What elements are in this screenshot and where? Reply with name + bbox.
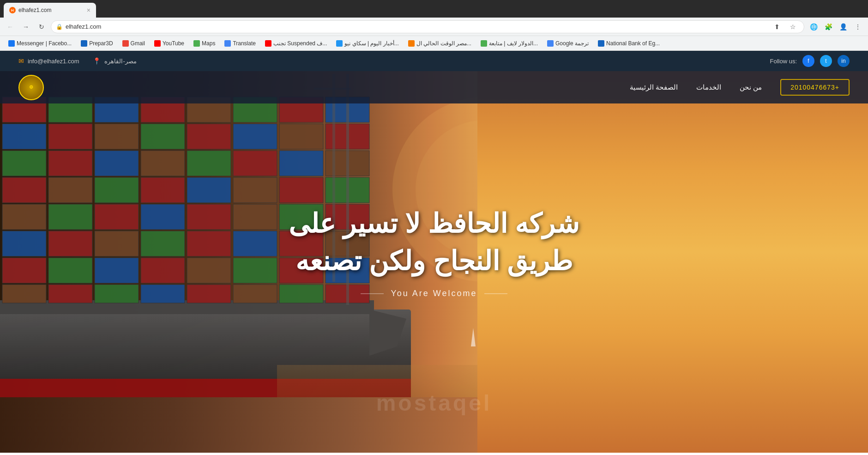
svg-rect-64 [187, 285, 231, 303]
gmail-icon [122, 40, 129, 47]
svg-rect-63 [141, 285, 185, 303]
bookmark-national-bank[interactable]: National Bank of Eg... [594, 39, 663, 48]
hero-subtitle: You Are Welcome [272, 289, 596, 299]
facebook-icon[interactable]: f [802, 55, 814, 67]
svg-rect-39 [141, 204, 185, 230]
svg-rect-40 [187, 204, 231, 230]
hero-main-text: شركه الحافظ لا تسير على طريق النجاح ولكن… [272, 205, 596, 279]
toolbar-right-icons: 🌐 🧩 👤 ⋮ [807, 20, 864, 33]
site-info-bar: ✉ info@elhafez1.com 📍 مصر-القاهره Follow… [0, 51, 868, 71]
dollar-icon [481, 40, 487, 47]
national-bank-icon [598, 40, 604, 47]
watermark-text: mostaqel [376, 390, 492, 416]
menu-icon[interactable]: ⋮ [851, 20, 864, 33]
svg-rect-30 [95, 177, 139, 203]
svg-rect-23 [141, 151, 185, 176]
profile-icon[interactable]: 👤 [837, 20, 850, 33]
subtitle-left-line [361, 294, 384, 294]
browser-toolbar: ← → ↻ 🔒 elhafez1.com ⬆ ☆ 🌐 🧩 👤 ⋮ [0, 18, 868, 36]
suspended-icon [265, 40, 271, 47]
extensions-icon[interactable]: 🧩 [822, 20, 835, 33]
nav-links: +20100476673 من نحن الخدمات الصفحة الرئي… [630, 79, 850, 96]
svg-rect-60 [2, 285, 46, 303]
svg-rect-36 [2, 204, 46, 230]
svg-rect-29 [48, 177, 92, 203]
hero-subtitle-text: You Are Welcome [391, 289, 477, 299]
svg-rect-47 [141, 231, 185, 256]
bookmark-label: Maps [202, 40, 215, 47]
bookmark-google-translate[interactable]: Google ترجمة [543, 39, 592, 48]
svg-rect-12 [2, 124, 46, 149]
bookmark-label: Google ترجمة [555, 40, 589, 47]
bookmark-gmail[interactable]: Gmail [119, 39, 149, 48]
follow-us-label: Follow us: [770, 58, 797, 65]
bookmark-label: National Bank of Eg... [606, 40, 660, 47]
twitter-icon[interactable]: t [820, 55, 832, 67]
website-content: ✉ info@elhafez1.com 📍 مصر-القاهره Follow… [0, 51, 868, 453]
svg-rect-33 [233, 177, 277, 203]
svg-rect-26 [279, 151, 323, 176]
bookmark-label: Messenger | Facebo... [17, 40, 72, 47]
svg-rect-16 [187, 124, 231, 149]
active-tab[interactable]: H elhafez1.com × [4, 3, 96, 18]
translate-bm-icon [224, 40, 231, 47]
bookmark-suspended[interactable]: تجنب Suspended ف... [261, 39, 331, 48]
main-navigation: ⚙ +20100476673 من نحن الخدمات الصفحة الر… [0, 71, 868, 103]
svg-rect-34 [279, 177, 323, 203]
bookmark-youtube[interactable]: YouTube [151, 39, 188, 48]
bookmark-star-icon[interactable]: ☆ [786, 20, 799, 33]
bookmark-label: أخبار اليوم | سكاي نيو... [344, 40, 398, 47]
location-icon: 📍 [93, 57, 101, 65]
bookmark-label: Gmail [131, 40, 145, 47]
svg-rect-28 [2, 177, 46, 203]
bookmark-dollar[interactable]: الدولار لايف | متابعة... [477, 39, 542, 48]
bookmarks-bar: Messenger | Facebo... Prepar3D Gmail You… [0, 36, 868, 51]
nav-services[interactable]: الخدمات [696, 83, 721, 91]
url-text: elhafez1.com [66, 23, 768, 30]
tab-close-button[interactable]: × [87, 6, 90, 14]
svg-rect-53 [48, 258, 92, 283]
bookmark-messenger[interactable]: Messenger | Facebo... [5, 39, 75, 48]
bookmark-skynews[interactable]: أخبار اليوم | سكاي نيو... [332, 39, 402, 48]
nav-about[interactable]: من نحن [740, 83, 762, 91]
svg-rect-41 [233, 204, 277, 230]
svg-rect-62 [95, 285, 139, 303]
address-bar[interactable]: 🔒 elhafez1.com ⬆ ☆ [51, 20, 804, 33]
svg-rect-56 [187, 258, 231, 283]
svg-rect-61 [48, 285, 92, 303]
email-icon: ✉ [18, 57, 24, 65]
logo-text: ⚙ [29, 85, 33, 90]
reload-button[interactable]: ↻ [35, 20, 48, 33]
translate-icon[interactable]: 🌐 [807, 20, 820, 33]
forward-button[interactable]: → [19, 20, 32, 33]
bookmark-translate[interactable]: Translate [221, 39, 259, 48]
follow-us-section: Follow us: f t in [770, 55, 850, 67]
svg-rect-52 [2, 258, 46, 283]
messenger-icon [8, 40, 15, 47]
svg-rect-55 [141, 258, 185, 283]
linkedin-icon[interactable]: in [838, 55, 850, 67]
svg-rect-13 [48, 124, 92, 149]
back-button[interactable]: ← [4, 20, 17, 33]
hero-content: شركه الحافظ لا تسير على طريق النجاح ولكن… [272, 205, 596, 298]
nav-home[interactable]: الصفحة الرئيسية [630, 83, 678, 91]
phone-button[interactable]: +20100476673 [780, 79, 850, 96]
bookmark-prepar3d[interactable]: Prepar3D [77, 39, 116, 48]
svg-rect-37 [48, 204, 92, 230]
hero-section: ✉ info@elhafez1.com 📍 مصر-القاهره Follow… [0, 51, 868, 453]
share-icon[interactable]: ⬆ [771, 20, 784, 33]
logo-area: ⚙ [18, 75, 44, 100]
bookmark-egypt-time[interactable]: مصر الوقت الحالي ال... [404, 39, 475, 48]
lock-icon: 🔒 [56, 24, 63, 30]
bookmark-label: Prepar3D [89, 40, 113, 47]
skynews-icon [336, 40, 343, 47]
svg-rect-38 [95, 204, 139, 230]
company-logo[interactable]: ⚙ [18, 75, 44, 100]
svg-rect-44 [2, 231, 46, 256]
svg-rect-32 [187, 177, 231, 203]
bookmark-maps[interactable]: Maps [190, 39, 219, 48]
svg-rect-31 [141, 177, 185, 203]
svg-rect-65 [233, 285, 277, 303]
svg-rect-24 [187, 151, 231, 176]
svg-rect-25 [233, 151, 277, 176]
